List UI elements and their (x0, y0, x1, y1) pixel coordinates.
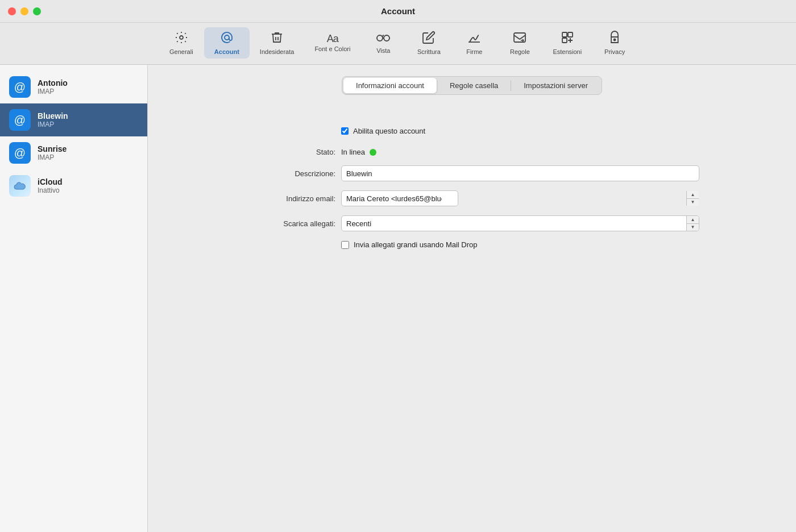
privacy-icon (608, 31, 621, 47)
indirizzo-stepper: ▲ ▼ (686, 191, 699, 206)
detail-pane: Informazioni account Regole casella Impo… (148, 65, 796, 532)
scarica-row: Scarica allegati: Tutti Recenti Nessuno … (244, 215, 699, 231)
scarica-select[interactable]: Tutti Recenti Nessuno (341, 215, 699, 231)
enable-checkbox[interactable] (341, 127, 349, 135)
minimize-button[interactable] (20, 7, 28, 15)
scarica-label: Scarica allegati: (244, 219, 335, 228)
toolbar-item-indesiderata[interactable]: Indesiderata (250, 27, 305, 59)
tab-impostazioni[interactable]: Impostazioni server (511, 78, 600, 93)
extensions-icon (561, 31, 574, 47)
indirizzo-input[interactable] (341, 190, 458, 206)
toolbar-vista-label: Vista (376, 47, 390, 54)
toolbar-item-regole[interactable]: Regole (497, 27, 542, 59)
scarica-stepper-down[interactable]: ▼ (687, 224, 699, 231)
indirizzo-stepper-up[interactable]: ▲ (687, 191, 699, 199)
title-bar: Account (0, 0, 796, 23)
account-item-icloud[interactable]: iCloud Inattivo (0, 169, 147, 202)
toolbar-item-vista[interactable]: Vista (360, 28, 406, 57)
toolbar-item-privacy[interactable]: Privacy (592, 27, 637, 59)
glasses-icon (376, 32, 391, 45)
indirizzo-wrapper: ▲ ▼ (341, 190, 699, 206)
toolbar: Generali Account Indesiderata Aa Font e … (0, 23, 796, 65)
gear-icon (175, 31, 188, 47)
svg-point-4 (384, 35, 389, 41)
stato-value: In linea (341, 148, 365, 156)
window-controls (8, 7, 41, 15)
svg-point-9 (614, 39, 616, 41)
descrizione-input[interactable] (341, 165, 699, 181)
indirizzo-label: Indirizzo email: (244, 194, 335, 203)
toolbar-privacy-label: Privacy (604, 48, 625, 55)
bluewin-name: Bluewin (38, 111, 68, 120)
mail-rules-icon (513, 31, 526, 47)
account-item-antonio[interactable]: @ Antonio IMAP (0, 70, 147, 103)
toolbar-item-firme[interactable]: Firme (451, 27, 497, 59)
indirizzo-row: Indirizzo email: ▲ ▼ (244, 190, 699, 206)
toolbar-scrittura-label: Scrittura (417, 48, 441, 55)
maildrop-checkbox-row: Invia allegati grandi usando Mail Drop (341, 240, 478, 249)
sunrise-name: Sunrise (38, 144, 67, 153)
main-content: @ Antonio IMAP @ Bluewin IMAP @ Sunrise … (0, 65, 796, 532)
toolbar-item-scrittura[interactable]: Scrittura (406, 27, 451, 59)
enable-label[interactable]: Abilita questo account (353, 127, 425, 135)
toolbar-font-label: Font e Colori (314, 45, 350, 52)
svg-point-3 (377, 35, 383, 41)
svg-rect-6 (562, 32, 567, 37)
window-title: Account (381, 6, 415, 16)
font-icon: Aa (327, 34, 338, 44)
toolbar-item-font[interactable]: Aa Font e Colori (304, 30, 360, 56)
antonio-type: IMAP (38, 88, 68, 95)
tab-bar: Informazioni account Regole casella Impo… (342, 76, 602, 95)
stato-row: Stato: In linea (244, 148, 699, 156)
tab-regole[interactable]: Regole casella (437, 78, 511, 93)
svg-point-1 (225, 35, 229, 40)
tab-informazioni[interactable]: Informazioni account (343, 78, 437, 93)
scarica-stepper: ▲ ▼ (686, 216, 699, 231)
descrizione-row: Descrizione: (244, 165, 699, 181)
sidebar: @ Antonio IMAP @ Bluewin IMAP @ Sunrise … (0, 65, 148, 532)
svg-rect-7 (568, 32, 573, 37)
scarica-wrapper: Tutti Recenti Nessuno ▲ ▼ (341, 215, 699, 231)
status-row: In linea (341, 148, 376, 156)
bluewin-icon: @ (9, 109, 31, 131)
toolbar-generali-label: Generali (169, 48, 193, 55)
close-button[interactable] (8, 7, 16, 15)
toolbar-item-account[interactable]: Account (204, 27, 250, 59)
scarica-stepper-up[interactable]: ▲ (687, 216, 699, 224)
maildrop-label[interactable]: Invia allegati grandi usando Mail Drop (354, 240, 478, 249)
maximize-button[interactable] (33, 7, 41, 15)
form-area: Abilita questo account Stato: In linea D… (244, 127, 699, 249)
icloud-name: iCloud (38, 177, 63, 186)
svg-rect-8 (562, 38, 567, 43)
bluewin-type: IMAP (38, 120, 68, 128)
sunrise-icon: @ (9, 142, 31, 164)
toolbar-account-label: Account (214, 48, 239, 55)
maildrop-checkbox[interactable] (341, 241, 349, 249)
svg-point-0 (180, 36, 183, 39)
edit-icon (422, 31, 436, 47)
at-icon (220, 31, 234, 47)
icloud-icon (9, 175, 31, 197)
antonio-icon: @ (9, 76, 31, 98)
enable-row: Abilita questo account (244, 127, 699, 135)
toolbar-item-estensioni[interactable]: Estensioni (542, 27, 592, 59)
toolbar-indesiderata-label: Indesiderata (260, 48, 295, 55)
toolbar-firme-label: Firme (466, 48, 482, 55)
maildrop-row: Invia allegati grandi usando Mail Drop (244, 240, 699, 249)
descrizione-label: Descrizione: (244, 169, 335, 178)
signature-icon (467, 31, 481, 47)
antonio-name: Antonio (38, 78, 68, 88)
status-indicator (370, 149, 376, 156)
stato-label: Stato: (244, 148, 335, 156)
account-item-sunrise[interactable]: @ Sunrise IMAP (0, 136, 147, 169)
account-item-bluewin[interactable]: @ Bluewin IMAP (0, 103, 147, 136)
indirizzo-stepper-down[interactable]: ▼ (687, 199, 699, 206)
sunrise-type: IMAP (38, 153, 67, 161)
toolbar-regole-label: Regole (510, 48, 530, 55)
toolbar-item-generali[interactable]: Generali (159, 27, 204, 59)
toolbar-estensioni-label: Estensioni (553, 48, 582, 55)
trash-icon (270, 31, 284, 47)
icloud-type: Inattivo (38, 186, 63, 194)
